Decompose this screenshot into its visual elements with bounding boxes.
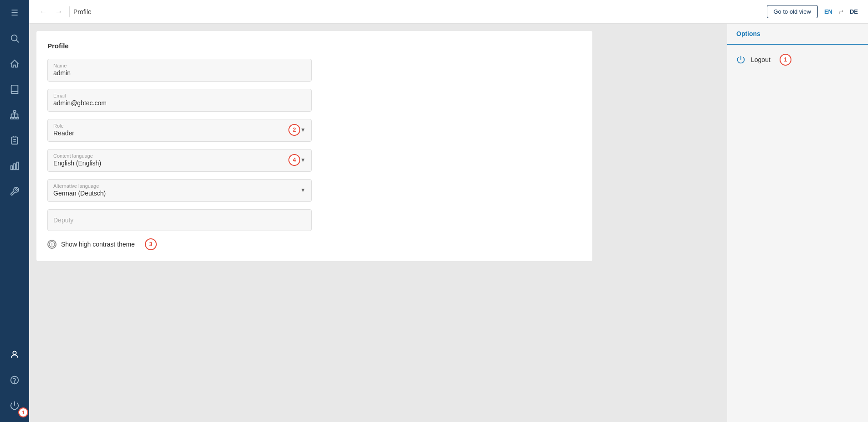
svg-point-21 <box>15 383 15 383</box>
sidebar-top: ☰ <box>0 0 29 342</box>
profile-card: Profile Name admin Email admin@gbtec.com <box>36 31 592 261</box>
topbar: ← → Profile Go to old view EN ⇄ DE <box>29 0 868 24</box>
svg-rect-17 <box>14 164 15 170</box>
topbar-separator <box>69 6 70 17</box>
right-panel: Options Logout 1 <box>727 24 868 422</box>
lang-switch-icon: ⇄ <box>839 9 843 15</box>
sidebar-item-settings[interactable] <box>0 179 29 204</box>
name-field: Name admin <box>47 59 581 82</box>
svg-point-19 <box>13 351 16 355</box>
main-container: ← → Profile Go to old view EN ⇄ DE Profi… <box>29 0 868 422</box>
alt-lang-arrow: ▼ <box>300 187 306 193</box>
lang-de-button[interactable]: DE <box>847 6 861 17</box>
alt-lang-label: Alternative language <box>53 183 300 189</box>
role-select-arrow: ▼ <box>300 127 306 133</box>
wrench-icon <box>10 186 20 196</box>
forward-button[interactable]: → <box>52 5 66 19</box>
sidebar-item-help[interactable] <box>0 367 29 393</box>
profile-card-title: Profile <box>47 42 581 50</box>
topbar-right: Go to old view EN ⇄ DE <box>767 5 861 18</box>
back-button[interactable]: ← <box>36 5 50 19</box>
old-view-button[interactable]: Go to old view <box>767 5 818 18</box>
user-icon <box>10 350 20 360</box>
hierarchy-icon <box>10 110 20 120</box>
svg-rect-11 <box>12 137 18 144</box>
annotation-3: 3 <box>145 238 157 250</box>
help-icon <box>10 375 20 385</box>
sidebar-item-tasks[interactable] <box>0 128 29 153</box>
annotation-2: 2 <box>288 124 300 136</box>
deputy-field[interactable]: Deputy <box>47 209 312 231</box>
email-value: admin@gbtec.com <box>53 99 306 107</box>
annotation-4: 4 <box>288 154 300 166</box>
search-icon <box>10 33 20 43</box>
email-field: Email admin@gbtec.com <box>47 89 581 112</box>
chart-icon <box>10 161 20 171</box>
sidebar: ☰ <box>0 0 29 422</box>
right-panel-tabs: Options <box>727 24 868 45</box>
sidebar-item-book[interactable] <box>0 77 29 102</box>
alt-lang-content: Alternative language German (Deutsch) <box>53 183 300 197</box>
high-contrast-label: Show high contrast theme <box>61 241 135 248</box>
alt-lang-select[interactable]: Alternative language German (Deutsch) ▼ <box>47 179 312 202</box>
sidebar-item-profile[interactable] <box>0 342 29 367</box>
home-icon <box>10 59 20 69</box>
sidebar-item-home[interactable] <box>0 51 29 77</box>
content-lang-value: English (English) <box>53 160 283 167</box>
svg-rect-2 <box>13 111 16 113</box>
sidebar-item-chart[interactable] <box>0 153 29 179</box>
email-label: Email <box>53 93 306 98</box>
hamburger-icon: ☰ <box>11 8 18 18</box>
svg-rect-5 <box>16 118 19 119</box>
content-lang-select[interactable]: Content language English (English) 4 ▼ <box>47 149 312 172</box>
svg-rect-18 <box>17 162 19 170</box>
clipboard-icon <box>10 135 20 145</box>
sidebar-bottom: 1 <box>0 342 29 422</box>
role-select[interactable]: Role Reader 2 ▼ <box>47 119 312 142</box>
alt-lang-value: German (Deutsch) <box>53 190 300 197</box>
high-contrast-toggle[interactable] <box>47 240 56 249</box>
sidebar-hamburger[interactable]: ☰ <box>0 0 29 26</box>
toggle-icon-svg <box>48 240 56 248</box>
content-lang-arrow: ▼ <box>300 157 306 163</box>
name-label: Name <box>53 63 306 68</box>
main-content: Profile Name admin Email admin@gbtec.com <box>29 24 727 422</box>
lang-en-button[interactable]: EN <box>822 6 835 17</box>
options-tab[interactable]: Options <box>727 24 770 45</box>
annotation-1-panel: 1 <box>780 54 791 66</box>
role-select-content: Role Reader <box>53 123 283 137</box>
power-icon-panel <box>736 55 745 64</box>
topbar-nav: ← → <box>36 5 66 19</box>
content-lang-label: Content language <box>53 153 283 159</box>
name-field-inner[interactable]: Name admin <box>47 59 312 82</box>
svg-point-0 <box>11 35 17 41</box>
svg-rect-3 <box>10 118 13 119</box>
topbar-title: Profile <box>73 8 92 15</box>
role-label: Role <box>53 123 283 129</box>
sidebar-item-logout[interactable]: 1 <box>0 393 29 418</box>
power-icon-sidebar <box>10 401 20 411</box>
name-value: admin <box>53 69 306 77</box>
svg-rect-4 <box>13 118 16 119</box>
logout-label: Logout <box>751 56 770 63</box>
annotation-1-sidebar: 1 <box>18 407 28 417</box>
email-field-inner[interactable]: Email admin@gbtec.com <box>47 89 312 112</box>
role-value: Reader <box>53 129 283 137</box>
sidebar-item-hierarchy[interactable] <box>0 102 29 128</box>
book-icon <box>10 84 20 94</box>
content-lang-content: Content language English (English) <box>53 153 283 167</box>
high-contrast-row: Show high contrast theme 3 <box>47 238 581 250</box>
deputy-placeholder: Deputy <box>53 216 73 224</box>
sidebar-item-search[interactable] <box>0 26 29 51</box>
svg-rect-16 <box>11 166 13 170</box>
logout-row[interactable]: Logout 1 <box>736 54 859 66</box>
content-area: Profile Name admin Email admin@gbtec.com <box>29 24 868 422</box>
svg-line-1 <box>16 40 19 42</box>
right-panel-content: Logout 1 <box>727 45 868 75</box>
